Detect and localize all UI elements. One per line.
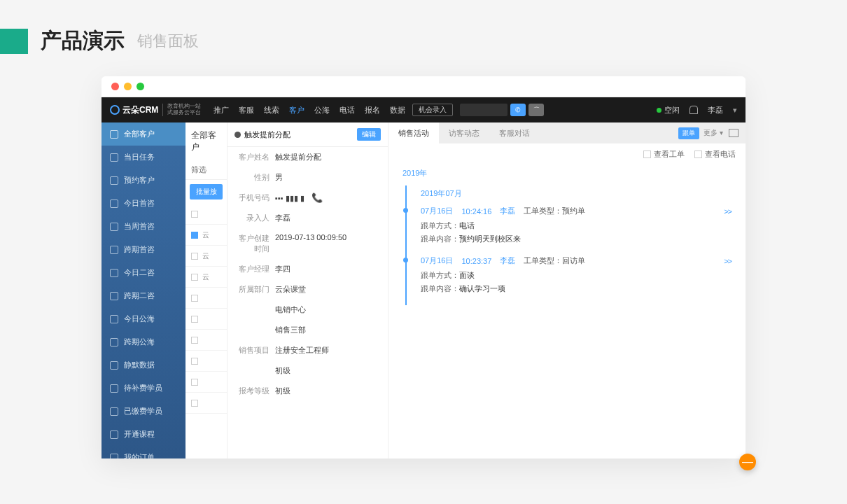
sidebar-item[interactable]: 跨期首咨 [102, 238, 186, 261]
detail-label: 录入人 [234, 213, 275, 223]
list-row[interactable]: 云 [186, 225, 227, 246]
tl-expand[interactable]: >> [724, 257, 732, 265]
sidebar-label: 跨期二咨 [124, 290, 155, 301]
nav-item[interactable]: 客服 [239, 105, 254, 115]
search-input[interactable] [460, 104, 507, 116]
list-row[interactable] [186, 309, 227, 330]
hangup-button[interactable]: ⌒ [528, 104, 544, 116]
sidebar-label: 我的订单 [124, 452, 155, 458]
batch-button[interactable]: 批量放 [190, 184, 223, 200]
tl-user: 李磊 [500, 206, 515, 216]
checkbox[interactable] [191, 337, 198, 344]
sidebar-item[interactable]: 今日二咨 [102, 261, 186, 284]
detail-row: 录入人李磊 [227, 208, 388, 228]
checkbox[interactable] [643, 150, 651, 158]
activity-tab[interactable]: 销售活动 [388, 122, 439, 144]
toolbar-filter[interactable]: 查看电话 [694, 149, 736, 160]
sidebar-label: 预约客户 [124, 175, 155, 186]
nav-item[interactable]: 报名 [365, 105, 380, 115]
sidebar-item[interactable]: 今日首咨 [102, 192, 186, 215]
detail-label: 性别 [234, 172, 275, 183]
filter-label[interactable]: 筛选 [186, 160, 227, 180]
nav-item[interactable]: 推广 [214, 105, 229, 115]
checkbox[interactable] [191, 274, 198, 281]
sidebar-item[interactable]: 我的订单 [102, 446, 186, 458]
window-icon[interactable] [729, 129, 738, 137]
sidebar-item[interactable]: 待补费学员 [102, 377, 186, 400]
row-text: 云 [202, 251, 209, 261]
list-column: 全部客户 筛选 批量放 云云云 [186, 122, 227, 458]
sidebar-item[interactable]: 预约客户 [102, 169, 186, 192]
sidebar-label: 待补费学员 [124, 383, 162, 393]
sidebar-item[interactable]: 跨期二咨 [102, 284, 186, 307]
logo-icon [110, 105, 120, 115]
checkbox[interactable] [191, 211, 198, 218]
sidebar-item[interactable]: 已缴费学员 [102, 400, 186, 423]
list-row[interactable] [186, 204, 227, 225]
sidebar-item[interactable]: 今日公海 [102, 307, 186, 330]
nav-item[interactable]: 数据 [390, 105, 405, 115]
list-row[interactable] [186, 393, 227, 414]
minimize-dot[interactable] [124, 83, 132, 90]
user-name[interactable]: 李磊 [708, 105, 723, 115]
checkbox[interactable] [694, 150, 702, 158]
sidebar-item[interactable]: 跨期公海 [102, 330, 186, 354]
more-button[interactable]: 更多 ▾ [704, 128, 723, 138]
edit-button[interactable]: 编辑 [357, 128, 381, 141]
bell-icon[interactable] [690, 106, 698, 114]
tl-type: 工单类型：回访单 [524, 255, 585, 266]
logo[interactable]: 云朵CRM 教育机构一站 式服务云平台 [110, 104, 201, 116]
activity-tab[interactable]: 客服对话 [489, 122, 540, 144]
nav-item[interactable]: 电话 [340, 105, 355, 115]
phone-icon[interactable]: 📞 [312, 192, 323, 203]
sidebar-item[interactable]: 开通课程 [102, 423, 186, 446]
sidebar-item[interactable]: 当日任务 [102, 146, 186, 169]
list-row[interactable]: 云 [186, 246, 227, 267]
checkbox[interactable] [191, 358, 198, 365]
sidebar-item[interactable]: 静默数据 [102, 354, 186, 377]
detail-label: 客户创建时间 [234, 233, 275, 254]
checkbox[interactable] [191, 253, 198, 260]
detail-value: 销售三部 [275, 326, 306, 334]
accent-block [0, 29, 28, 54]
detail-value: 云朵课堂 [275, 285, 306, 293]
nav-item[interactable]: 线索 [264, 105, 279, 115]
fab-button[interactable]: — [739, 454, 756, 470]
close-dot[interactable] [111, 83, 119, 90]
nav-item[interactable]: 客户 [289, 105, 304, 115]
app-window: 云朵CRM 教育机构一站 式服务云平台 推广客服线索客户公海电话报名数据 机会录… [102, 76, 746, 458]
list-row[interactable] [186, 288, 227, 309]
checkbox[interactable] [191, 379, 198, 386]
chevron-down-icon[interactable]: ▾ [733, 106, 737, 115]
sidebar-item[interactable]: 当周首咨 [102, 215, 186, 238]
checkbox[interactable] [191, 232, 198, 239]
tl-expand[interactable]: >> [724, 207, 732, 216]
list-row[interactable]: 云 [186, 267, 227, 288]
entry-button[interactable]: 机会录入 [412, 104, 453, 116]
nav-item[interactable]: 公海 [314, 105, 330, 115]
list-row[interactable] [186, 351, 227, 372]
top-nav: 云朵CRM 教育机构一站 式服务云平台 推广客服线索客户公海电话报名数据 机会录… [102, 97, 746, 122]
toolbar-filter[interactable]: 查看工单 [643, 149, 685, 160]
sidebar-item[interactable]: 全部客户 [102, 122, 186, 146]
list-row[interactable] [186, 372, 227, 393]
page-title-sub: 销售面板 [137, 31, 199, 52]
detail-row: 所属部门云朵课堂 [227, 279, 388, 300]
checkbox[interactable] [191, 316, 198, 323]
follow-tag[interactable]: 跟单 [678, 127, 699, 139]
list-row[interactable] [186, 330, 227, 351]
sidebar-label: 今日二咨 [124, 267, 155, 278]
call-button[interactable]: ✆ [510, 104, 526, 116]
person-icon [234, 132, 241, 138]
detail-label: 所属部门 [234, 284, 275, 295]
detail-value: 电销中心 [275, 305, 306, 314]
detail-value: 触发提前分配 [275, 153, 321, 161]
checkbox[interactable] [191, 295, 198, 302]
status[interactable]: 空闲 [657, 105, 680, 115]
maximize-dot[interactable] [136, 83, 144, 90]
activity-tab[interactable]: 访客动态 [439, 122, 489, 144]
logo-sub: 教育机构一站 式服务云平台 [162, 104, 201, 116]
checkbox[interactable] [191, 400, 198, 407]
sidebar-icon [110, 315, 118, 323]
sidebar-label: 全部客户 [124, 129, 155, 139]
